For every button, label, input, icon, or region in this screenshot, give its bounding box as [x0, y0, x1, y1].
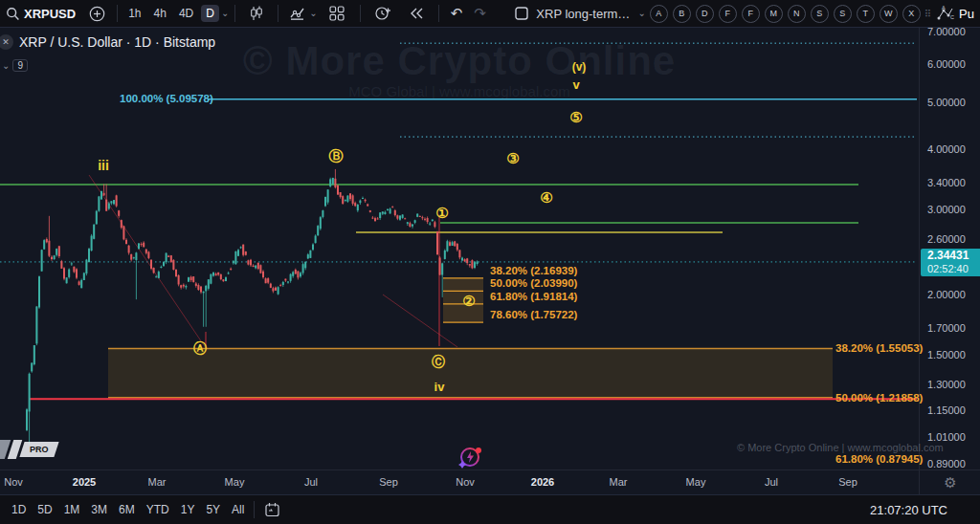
symbol-button[interactable]: XRPUSD [22, 5, 81, 23]
range-button-5d[interactable]: 5D [32, 500, 57, 519]
publish-button[interactable]: Pu [959, 7, 974, 21]
candle-body [210, 274, 212, 284]
wave-letter-a[interactable]: A [650, 5, 668, 23]
candle-body [396, 215, 398, 218]
interval-button-4D[interactable]: 4D [174, 5, 198, 22]
candle-style-icon[interactable] [249, 6, 264, 21]
wave-letter-w[interactable]: W [880, 5, 898, 23]
candle-body [384, 212, 386, 214]
candle-body [60, 261, 62, 269]
range-button-1m[interactable]: 1M [58, 500, 86, 519]
drag-dots-icon[interactable]: ⠿ [924, 9, 932, 19]
separator [278, 5, 278, 22]
fib-low-zone [108, 349, 833, 398]
wave-letter-n[interactable]: N [788, 5, 806, 23]
price-tick: 1.15000 [927, 404, 966, 416]
candle-body [54, 255, 56, 259]
candle-body [58, 246, 60, 256]
interval-button-4h[interactable]: 4h [149, 5, 171, 22]
interval-button-1h[interactable]: 1h [123, 5, 145, 22]
candle-body [295, 270, 297, 273]
gear-icon[interactable]: ⚙ [944, 474, 956, 491]
candle-body [250, 260, 252, 266]
candle-body [449, 242, 451, 246]
candle-body [374, 218, 376, 221]
candle-body [83, 273, 85, 280]
candle-body [322, 210, 323, 217]
wave-letter-f[interactable]: F [742, 5, 760, 23]
candle-body [166, 253, 167, 263]
indicator-pill[interactable]: ⌄ 9 [2, 59, 28, 72]
range-button-6m[interactable]: 6M [113, 500, 141, 519]
candle-body [160, 267, 162, 268]
replay-icon[interactable] [409, 7, 425, 20]
candle-body [71, 263, 73, 264]
indicators-chevron-icon[interactable]: ⌄ [309, 9, 317, 18]
candle-body [302, 264, 304, 273]
time-tick: May [225, 476, 245, 488]
wave-letter-x[interactable]: X [902, 5, 921, 23]
candle-body [272, 288, 274, 291]
candle-body [382, 211, 384, 213]
tradingview-app: XRPUSD 1h4h4DD ⌄ ⌄ ↶ ↷ XRP [0, 0, 980, 524]
price-tick: 6.00000 [927, 58, 966, 70]
svg-text:A: A [942, 5, 946, 11]
wave-letter-m[interactable]: M [765, 5, 783, 23]
wave-letter-b[interactable]: B [673, 5, 691, 23]
range-button-all[interactable]: All [226, 500, 250, 519]
wave-letter-t[interactable]: T [857, 5, 875, 23]
candle-body [51, 257, 53, 259]
candle-body [432, 220, 434, 222]
save-layout-checkbox-icon[interactable] [515, 7, 528, 20]
candle-body [402, 214, 404, 217]
interval-button-D[interactable]: D [201, 5, 219, 22]
redo-icon[interactable]: ↷ [474, 5, 486, 22]
candle-body [180, 285, 182, 287]
range-button-5y[interactable]: 5Y [200, 500, 226, 519]
candle-body [141, 244, 143, 245]
candle-body [68, 270, 70, 277]
undo-icon[interactable]: ↶ [451, 5, 463, 22]
candle-body [172, 260, 174, 270]
time-tick: Jul [304, 476, 318, 488]
layout-name-button[interactable]: XRP long-term… [530, 5, 635, 23]
wave-letter-s[interactable]: S [811, 5, 829, 23]
candle-body [110, 201, 112, 203]
separator [360, 5, 361, 22]
price-axis[interactable]: 2.34431 02:52:40 7.000006.000005.000004.… [919, 28, 980, 469]
utc-clock[interactable]: 21:07:20 UTC [870, 503, 974, 517]
spark-promo-icon[interactable] [457, 443, 485, 475]
tradingview-logo[interactable]: PRO [0, 440, 56, 459]
wave-letter-s[interactable]: S [834, 5, 852, 23]
search-icon[interactable] [6, 7, 20, 21]
chart-canvas[interactable] [0, 28, 919, 469]
candle-body [346, 196, 348, 202]
candle-body [340, 192, 342, 197]
candle-body [349, 193, 351, 199]
range-button-ytd[interactable]: YTD [141, 500, 175, 519]
goto-date-icon[interactable] [264, 502, 280, 517]
candle-body [188, 277, 189, 282]
layout-chevron-icon[interactable]: ⌄ [637, 9, 645, 18]
candle-body [369, 210, 371, 212]
range-button-1d[interactable]: 1D [6, 500, 32, 519]
layout-grid-icon[interactable] [329, 6, 345, 21]
interval-chevron-icon[interactable]: ⌄ [221, 9, 229, 18]
candle-body [230, 269, 232, 270]
candle-body [143, 243, 145, 248]
indicators-icon[interactable] [290, 6, 307, 21]
wave-letter-d[interactable]: D [696, 5, 714, 23]
range-button-1y[interactable]: 1Y [175, 500, 201, 519]
candle-body [125, 240, 127, 244]
alert-add-icon[interactable] [374, 6, 391, 21]
compare-add-icon[interactable] [89, 6, 105, 22]
candle-body [26, 409, 28, 430]
wave-letter-f[interactable]: F [719, 5, 737, 23]
price-tick: 1.50000 [927, 349, 966, 360]
candle-body [416, 214, 418, 217]
range-button-3m[interactable]: 3M [85, 500, 113, 519]
candle-body [163, 262, 165, 266]
candle-body [105, 200, 107, 211]
wave-tool-icon[interactable]: AC [936, 5, 955, 22]
candle-body [282, 282, 284, 285]
